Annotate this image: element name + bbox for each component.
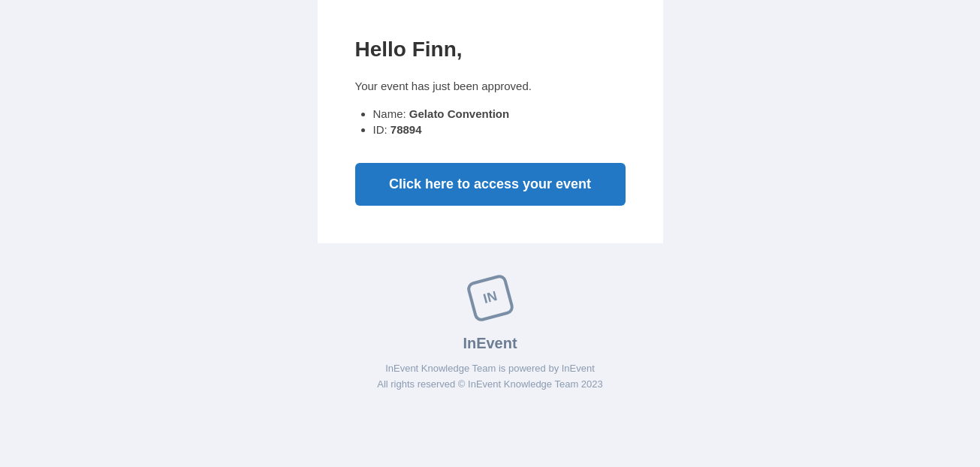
greeting-heading: Hello Finn, [355,38,626,62]
rights-text: All rights reserved © InEvent Knowledge … [377,377,603,393]
id-label: ID: [373,123,387,136]
svg-text:IN: IN [481,288,499,306]
footer: IN InEvent InEvent Knowledge Team is pow… [362,243,618,415]
event-id-item: ID: 78894 [373,123,626,136]
event-details-list: Name: Gelato Convention ID: 78894 [355,107,626,136]
name-value: Gelato Convention [409,107,509,120]
inevent-logo-icon: IN [466,273,515,323]
powered-by-text: InEvent Knowledge Team is powered by InE… [377,361,603,377]
approval-text: Your event has just been approved. [355,80,626,92]
name-label: Name: [373,107,406,120]
email-card: Hello Finn, Your event has just been app… [318,0,663,243]
access-event-button[interactable]: Click here to access your event [355,163,626,206]
inevent-logo-container: IN [466,273,515,326]
footer-text-block: InEvent Knowledge Team is powered by InE… [377,361,603,393]
id-value: 78894 [390,123,422,136]
page-wrapper: Hello Finn, Your event has just been app… [0,0,980,415]
event-name-item: Name: Gelato Convention [373,107,626,120]
brand-name: InEvent [463,335,517,352]
